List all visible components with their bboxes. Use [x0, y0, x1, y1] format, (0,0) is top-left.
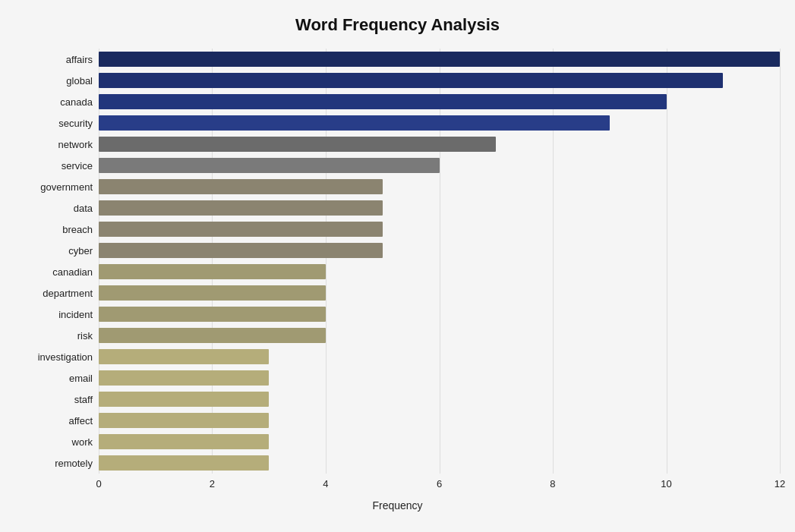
grid-line — [326, 49, 327, 474]
y-labels: affairsglobalcanadasecuritynetworkservic… — [15, 49, 99, 474]
bar — [99, 94, 667, 109]
bar-row — [99, 411, 780, 430]
bar-row — [99, 326, 780, 345]
bar — [99, 179, 383, 194]
bars-and-grid — [99, 49, 780, 474]
y-label: cyber — [68, 240, 93, 261]
grid-line — [440, 49, 440, 474]
x-tick: 6 — [437, 478, 442, 490]
bar-row — [99, 284, 780, 302]
bar-row — [99, 71, 780, 90]
bar — [99, 52, 780, 67]
bar-row — [99, 93, 780, 111]
y-label: staff — [74, 389, 93, 410]
bar-row — [99, 433, 780, 451]
y-label: investigation — [38, 346, 93, 367]
bar — [99, 328, 326, 343]
grid-line — [667, 49, 667, 474]
y-label: risk — [77, 325, 93, 346]
grid-line — [553, 49, 554, 474]
bar — [99, 264, 326, 279]
bar — [99, 73, 723, 88]
y-label: incident — [58, 304, 93, 325]
y-label: affairs — [66, 49, 93, 70]
bars-section: affairsglobalcanadasecuritynetworkservic… — [15, 49, 780, 474]
grid-line — [212, 49, 213, 474]
x-tick: 12 — [774, 478, 785, 490]
y-label: security — [58, 112, 93, 134]
bar-row — [99, 348, 780, 366]
y-label: work — [72, 431, 93, 452]
bar — [99, 200, 383, 216]
chart-container: Word Frequency Analysis affairsglobalcan… — [0, 0, 795, 532]
bar-row — [99, 263, 780, 281]
bar — [99, 370, 269, 386]
bar-row — [99, 369, 780, 387]
y-label: department — [43, 282, 93, 304]
grid-line — [99, 49, 99, 474]
bar-row — [99, 305, 780, 323]
bar-row — [99, 241, 780, 260]
y-label: government — [40, 176, 93, 197]
y-label: network — [58, 134, 93, 155]
y-label: remotely — [55, 452, 93, 474]
y-label: affect — [68, 410, 93, 431]
x-tick: 4 — [323, 478, 328, 490]
bar — [99, 307, 326, 322]
x-tick: 8 — [550, 478, 555, 490]
x-axis-title: Frequency — [15, 499, 780, 512]
y-label: data — [74, 197, 93, 219]
y-label: canadian — [52, 261, 93, 282]
y-label: email — [69, 367, 93, 389]
bar — [99, 455, 269, 471]
chart-area: affairsglobalcanadasecuritynetworkservic… — [15, 49, 780, 459]
bar-row — [99, 199, 780, 217]
chart-title: Word Frequency Analysis — [15, 15, 780, 35]
x-tick: 0 — [96, 478, 101, 490]
bar-row — [99, 135, 780, 153]
grid-line — [780, 49, 781, 474]
y-label: global — [66, 70, 93, 91]
bar — [99, 158, 440, 173]
bar-row — [99, 50, 780, 68]
bar-row — [99, 390, 780, 408]
y-label: breach — [62, 219, 93, 240]
y-label: service — [62, 155, 93, 176]
bar-row — [99, 114, 780, 132]
bar — [99, 392, 269, 407]
bar — [99, 434, 269, 449]
bar — [99, 243, 383, 258]
y-label: canada — [60, 91, 93, 112]
x-tick: 10 — [661, 478, 671, 490]
bar — [99, 137, 496, 152]
bar — [99, 222, 383, 237]
bar — [99, 115, 610, 131]
bar-row — [99, 220, 780, 238]
bar-row — [99, 156, 780, 175]
bar — [99, 349, 269, 364]
bar — [99, 413, 269, 428]
bar-row — [99, 178, 780, 196]
x-tick: 2 — [210, 478, 215, 490]
bar-row — [99, 454, 780, 472]
bar — [99, 285, 326, 301]
